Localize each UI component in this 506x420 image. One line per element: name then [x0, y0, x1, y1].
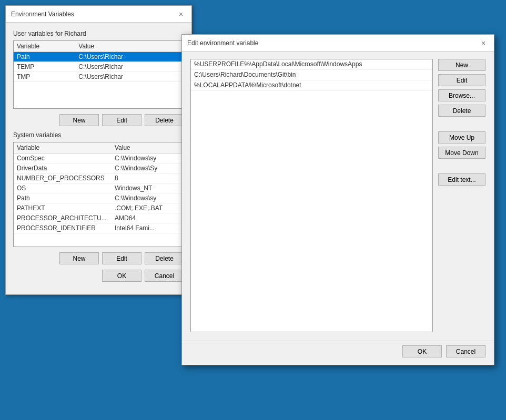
value-cell: Windows_NT — [112, 183, 184, 193]
system-section-label: System variables — [13, 131, 184, 139]
env-dialog-body: User variables for Richard Variable Valu… — [6, 23, 191, 294]
table-row[interactable]: PathC:\Windows\sy — [14, 193, 184, 203]
table-row[interactable]: TMPC:\Users\Richar — [14, 72, 184, 82]
system-variables-table-container: Variable Value ComSpecC:\Windows\syDrive… — [13, 142, 184, 247]
sys-edit-button[interactable]: Edit — [102, 252, 141, 264]
value-cell: C:\Windows\sy — [112, 153, 184, 163]
system-col-value: Value — [112, 142, 184, 153]
user-col-variable: Variable — [14, 41, 75, 52]
edit-edit-button[interactable]: Edit — [438, 74, 485, 86]
sys-new-button[interactable]: New — [59, 252, 99, 264]
variable-cell: PATHEXT — [14, 203, 112, 213]
edit-dialog-body: %USERPROFILE%\AppData\Local\Microsoft\Wi… — [182, 52, 494, 341]
edit-dialog-footer: OK Cancel — [182, 341, 494, 365]
edit-move-down-button[interactable]: Move Down — [438, 147, 485, 159]
table-row[interactable]: NUMBER_OF_PROCESSORS8 — [14, 173, 184, 183]
user-table-body: PathC:\Users\RicharTEMPC:\Users\RicharTM… — [14, 52, 184, 82]
edit-dialog-close-button[interactable]: × — [478, 38, 489, 48]
edit-browse-button[interactable]: Browse... — [438, 89, 485, 101]
button-spacer-2 — [438, 162, 485, 170]
table-row[interactable]: PATHEXT.COM;.EXE;.BAT — [14, 203, 184, 213]
system-buttons-row: New Edit Delete — [13, 252, 184, 264]
table-row[interactable]: TEMPC:\Users\Richar — [14, 62, 184, 72]
path-list-container: %USERPROFILE%\AppData\Local\Microsoft\Wi… — [190, 59, 433, 332]
variable-cell: DriverData — [14, 163, 112, 173]
table-row[interactable]: PROCESSOR_IDENTIFIERIntel64 Fami... — [14, 223, 184, 233]
desktop: Environment Variables × User variables f… — [0, 0, 506, 420]
button-spacer — [438, 120, 485, 128]
variable-cell: TEMP — [14, 62, 75, 72]
sys-delete-button[interactable]: Delete — [145, 252, 184, 264]
table-row[interactable]: ComSpecC:\Windows\sy — [14, 153, 184, 163]
table-row[interactable]: PROCESSOR_ARCHITECTU...AMD64 — [14, 213, 184, 223]
variable-cell: PROCESSOR_IDENTIFIER — [14, 223, 112, 233]
env-dialog-close-button[interactable]: × — [176, 9, 186, 19]
edit-buttons-column: New Edit Browse... Delete Move Up Move D… — [438, 59, 485, 332]
env-dialog-titlebar: Environment Variables × — [6, 6, 191, 23]
edit-text-button[interactable]: Edit text... — [438, 173, 485, 186]
table-row[interactable]: DriverDataC:\Windows\Sy — [14, 163, 184, 173]
user-new-button[interactable]: New — [59, 114, 99, 126]
variable-cell: Path — [14, 52, 75, 62]
variable-cell: NUMBER_OF_PROCESSORS — [14, 173, 112, 183]
value-cell: Intel64 Fami... — [112, 223, 184, 233]
edit-dialog-titlebar: Edit environment variable × — [182, 35, 494, 52]
edit-env-dialog: Edit environment variable × %USERPROFILE… — [181, 34, 494, 365]
edit-move-up-button[interactable]: Move Up — [438, 131, 485, 144]
value-cell: C:\Users\Richar — [75, 52, 184, 62]
value-cell: C:\Users\Richar — [75, 62, 184, 72]
user-delete-button[interactable]: Delete — [145, 114, 184, 126]
table-row[interactable]: PathC:\Users\Richar — [14, 52, 184, 62]
user-col-value: Value — [75, 41, 184, 52]
edit-ok-button[interactable]: OK — [402, 345, 442, 357]
edit-new-button[interactable]: New — [438, 59, 485, 71]
env-ok-button[interactable]: OK — [102, 270, 141, 282]
value-cell: 8 — [112, 173, 184, 183]
system-table-header-row: Variable Value — [14, 142, 184, 153]
system-col-variable: Variable — [14, 142, 112, 153]
system-table-body: ComSpecC:\Windows\syDriverDataC:\Windows… — [14, 153, 184, 233]
value-cell: C:\Users\Richar — [75, 72, 184, 82]
user-section-label: User variables for Richard — [13, 30, 184, 37]
edit-delete-button[interactable]: Delete — [438, 105, 485, 117]
env-cancel-button[interactable]: Cancel — [145, 270, 184, 282]
variable-cell: PROCESSOR_ARCHITECTU... — [14, 213, 112, 223]
value-cell: C:\Windows\Sy — [112, 163, 184, 173]
env-footer-buttons: OK Cancel — [13, 270, 184, 282]
list-item[interactable]: C:\Users\Richard\Documents\Git\bin — [191, 70, 432, 80]
user-variables-table: Variable Value PathC:\Users\RicharTEMPC:… — [14, 41, 184, 82]
user-buttons-row: New Edit Delete — [13, 114, 184, 126]
user-variables-table-container: Variable Value PathC:\Users\RicharTEMPC:… — [13, 40, 184, 109]
list-item[interactable]: %LOCALAPPDATA%\Microsoft\dotnet — [191, 80, 432, 91]
variable-cell: TMP — [14, 72, 75, 82]
system-variables-table: Variable Value ComSpecC:\Windows\syDrive… — [14, 142, 184, 233]
variable-cell: OS — [14, 183, 112, 193]
user-table-header-row: Variable Value — [14, 41, 184, 52]
variable-cell: Path — [14, 193, 112, 203]
path-list: %USERPROFILE%\AppData\Local\Microsoft\Wi… — [191, 59, 432, 91]
env-variables-dialog: Environment Variables × User variables f… — [5, 5, 192, 295]
value-cell: AMD64 — [112, 213, 184, 223]
env-dialog-title: Environment Variables — [11, 11, 74, 18]
edit-cancel-button[interactable]: Cancel — [446, 345, 485, 357]
table-row[interactable]: OSWindows_NT — [14, 183, 184, 193]
variable-cell: ComSpec — [14, 153, 112, 163]
user-edit-button[interactable]: Edit — [102, 114, 141, 126]
value-cell: .COM;.EXE;.BAT — [112, 203, 184, 213]
edit-dialog-title: Edit environment variable — [187, 39, 258, 47]
list-item[interactable]: %USERPROFILE%\AppData\Local\Microsoft\Wi… — [191, 59, 432, 70]
value-cell: C:\Windows\sy — [112, 193, 184, 203]
